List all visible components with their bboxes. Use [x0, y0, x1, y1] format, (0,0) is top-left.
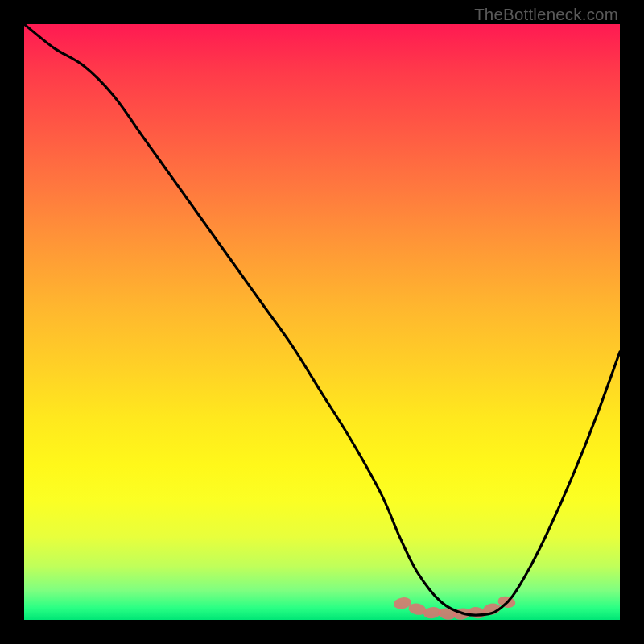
marker-blob	[467, 605, 486, 620]
plot-area	[24, 24, 620, 620]
chart-frame: TheBottleneck.com	[0, 0, 644, 644]
curve-layer	[24, 24, 620, 620]
bottleneck-curve-path	[24, 24, 620, 615]
watermark-text: TheBottleneck.com	[474, 5, 618, 24]
marker-group	[393, 595, 517, 620]
